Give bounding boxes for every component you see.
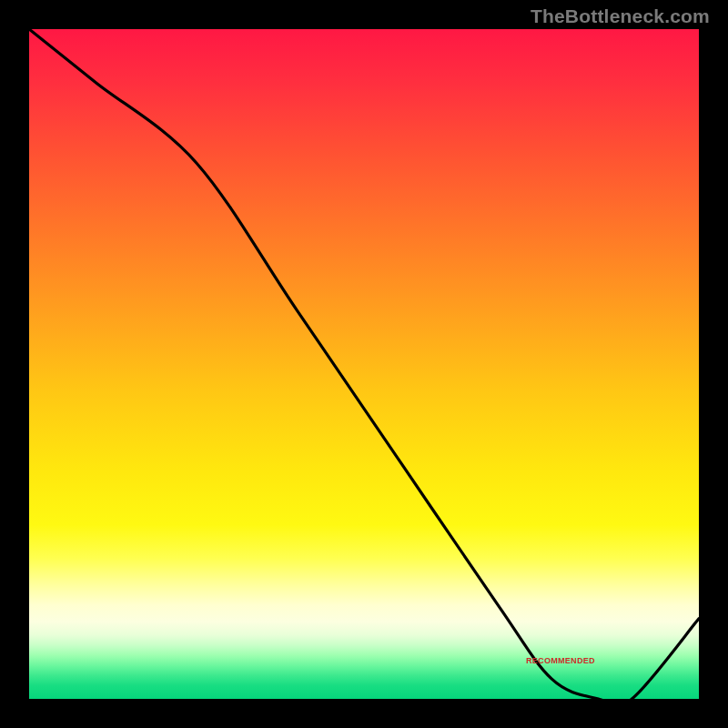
line-plot-svg bbox=[29, 29, 699, 699]
bottleneck-curve bbox=[29, 29, 699, 699]
recommended-label: RECOMMENDED bbox=[526, 656, 595, 665]
plot-area: RECOMMENDED bbox=[29, 29, 699, 699]
chart-frame: TheBottleneck.com RECOMMENDED bbox=[0, 0, 728, 728]
watermark-text: TheBottleneck.com bbox=[531, 5, 710, 27]
